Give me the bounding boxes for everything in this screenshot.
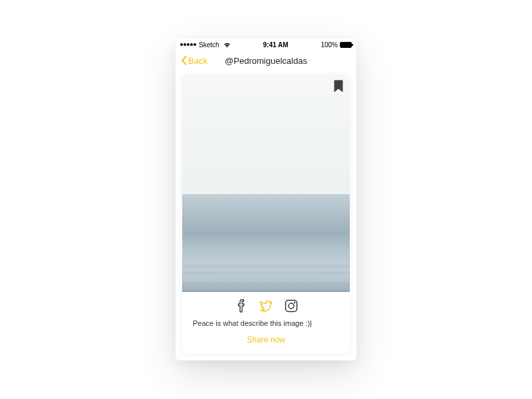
facebook-icon[interactable] <box>234 299 247 313</box>
share-button[interactable]: Share now <box>192 332 340 347</box>
battery-icon <box>340 42 352 48</box>
status-bar: Sketch 9:41 AM 100% <box>176 39 356 51</box>
post-image[interactable] <box>182 74 350 292</box>
bookmark-icon[interactable] <box>334 80 343 93</box>
nav-bar: Back @Pedromiguelcaldas <box>176 51 356 70</box>
chevron-left-icon <box>181 56 187 65</box>
social-icons-row <box>192 299 340 313</box>
card-footer: Peace is what describe this image :) Sha… <box>182 292 350 354</box>
twitter-icon[interactable] <box>259 299 273 313</box>
battery-percent: 100% <box>321 41 338 49</box>
svg-point-2 <box>294 302 295 303</box>
svg-point-1 <box>289 303 294 309</box>
caption-input[interactable]: Peace is what describe this image :) <box>192 319 340 327</box>
status-left: Sketch <box>180 41 231 49</box>
post-card: Peace is what describe this image :) Sha… <box>182 74 350 354</box>
svg-rect-0 <box>286 301 297 312</box>
back-label: Back <box>188 56 207 66</box>
status-right: 100% <box>321 41 352 49</box>
instagram-icon[interactable] <box>285 299 298 313</box>
status-time: 9:41 AM <box>263 41 289 49</box>
phone-frame: Sketch 9:41 AM 100% Back @Pedromiguelcal… <box>176 39 356 360</box>
wifi-icon <box>223 42 231 48</box>
page-title: @Pedromiguelcaldas <box>225 56 307 66</box>
signal-dots-icon <box>180 43 196 46</box>
back-button[interactable]: Back <box>181 56 207 66</box>
carrier-label: Sketch <box>199 41 219 49</box>
